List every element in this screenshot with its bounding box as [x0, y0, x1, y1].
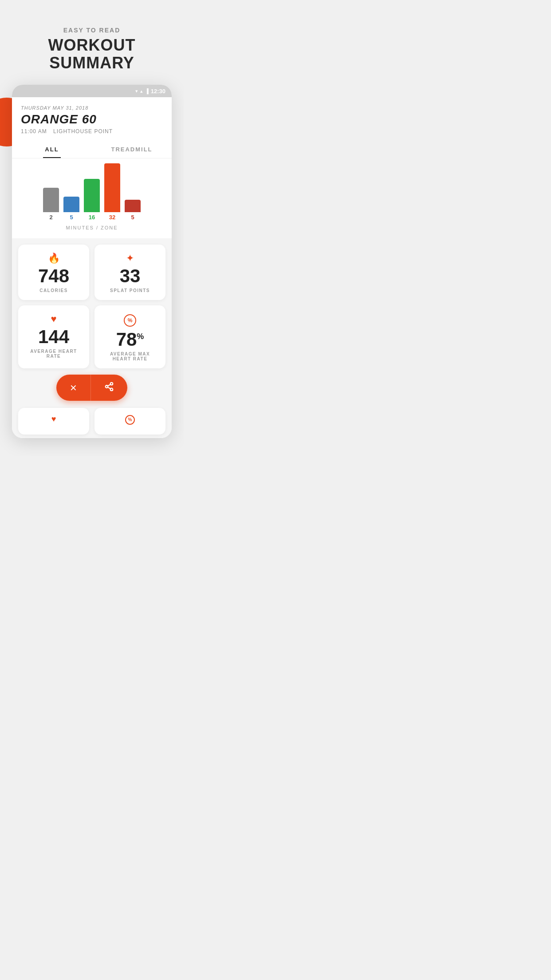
bar-gray [43, 188, 59, 212]
workout-date: Thursday May 31, 2018 [21, 105, 163, 111]
battery-icon: ▐ [145, 88, 149, 94]
heartrate-value: 144 [38, 328, 69, 346]
share-icon [104, 382, 114, 394]
fire-icon: 🔥 [48, 253, 60, 263]
stat-card-splat: ✦ 33 Splat Points [94, 245, 165, 300]
chart-footer-label: Minutes / Zone [66, 225, 118, 230]
page-background: Easy to Read Workout Summary ▾ ▴ ▐ 12:30… [0, 0, 184, 456]
workout-meta: 11:00 AM Lighthouse Point [21, 128, 163, 134]
header-title: Workout Summary [9, 36, 175, 71]
bar-group-4: 32 [104, 163, 120, 221]
bar-blue [63, 197, 79, 212]
status-time: 12:30 [151, 88, 165, 95]
stat-card-maxhr: % 78% Average Max Heart Rate [94, 305, 165, 368]
calories-value: 748 [38, 267, 69, 285]
stat-card-partial-1: ♥ [18, 408, 89, 435]
phone-mockup: ▾ ▴ ▐ 12:30 Thursday May 31, 2018 Orange… [12, 85, 172, 438]
bar-label-4: 32 [109, 214, 115, 221]
header-subtitle: Easy to Read [9, 27, 175, 34]
close-button[interactable]: ✕ [56, 375, 91, 401]
bar-orange [104, 163, 120, 212]
percent-circle-icon: % [124, 314, 136, 327]
bar-label-1: 2 [49, 214, 52, 221]
chart-area: 2 5 16 32 [12, 158, 172, 238]
splat-label: Splat Points [110, 288, 150, 293]
workout-time: 11:00 AM [21, 128, 47, 134]
tab-all[interactable]: ALL [12, 141, 92, 158]
splat-value: 33 [120, 267, 141, 285]
workout-name: Orange 60 [21, 112, 163, 126]
bar-chart: 2 5 16 32 [34, 167, 150, 221]
heart-icon: ♥ [51, 314, 56, 324]
share-button[interactable] [91, 375, 127, 401]
tabs-container: ALL TREADMILL [12, 141, 172, 158]
stat-card-calories: 🔥 748 Calories [18, 245, 89, 300]
tab-treadmill[interactable]: TREADMILL [92, 141, 172, 158]
bar-group-3: 16 [84, 179, 100, 221]
svg-line-3 [108, 387, 110, 389]
signal-icon: ▴ [140, 88, 143, 94]
wifi-icon: ▾ [135, 88, 138, 94]
bar-green [84, 179, 100, 212]
percent-icon-2: % [125, 415, 135, 425]
maxhr-label: Average Max Heart Rate [102, 352, 158, 361]
stat-card-partial-2: % [94, 408, 165, 435]
bar-label-5: 5 [131, 214, 134, 221]
svg-line-4 [108, 384, 110, 386]
bar-group-5: 5 [125, 200, 141, 221]
bar-label-3: 16 [89, 214, 95, 221]
close-icon: ✕ [70, 383, 77, 393]
workout-header: Thursday May 31, 2018 Orange 60 11:00 AM… [12, 97, 172, 134]
workout-location: Lighthouse Point [53, 128, 113, 134]
bar-label-2: 5 [70, 214, 73, 221]
bottom-bar: ✕ [12, 375, 172, 408]
splat-icon: ✦ [126, 253, 134, 263]
bar-group-1: 2 [43, 188, 59, 221]
status-bar: ▾ ▴ ▐ 12:30 [12, 85, 172, 97]
bar-red [125, 200, 141, 212]
stats-section: 🔥 748 Calories ✦ 33 Splat Points ♥ 144 A… [12, 238, 172, 375]
action-buttons: ✕ [56, 375, 127, 401]
maxhr-value: 78% [116, 330, 144, 349]
calories-label: Calories [39, 288, 68, 293]
heart-icon-2: ♥ [51, 415, 56, 423]
bar-group-2: 5 [63, 197, 79, 221]
stats-bottom-hint: ♥ % [12, 408, 172, 438]
heartrate-label: Average Heart Rate [25, 349, 82, 359]
stat-card-heartrate: ♥ 144 Average Heart Rate [18, 305, 89, 368]
header-section: Easy to Read Workout Summary [0, 0, 184, 85]
